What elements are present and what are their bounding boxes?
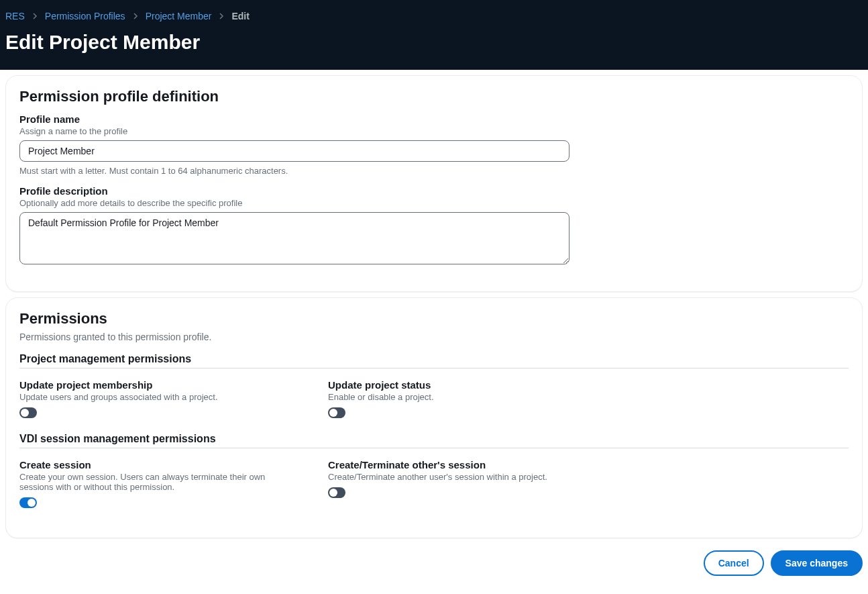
permissions-card: Permissions Permissions granted to this … bbox=[5, 297, 863, 538]
save-button[interactable]: Save changes bbox=[771, 550, 863, 576]
breadcrumb-link-project-member[interactable]: Project Member bbox=[146, 11, 212, 21]
definition-heading: Permission profile definition bbox=[19, 88, 849, 105]
perm-desc: Enable or disable a project. bbox=[328, 392, 583, 402]
perm-desc: Create/Terminate another user's session … bbox=[328, 472, 583, 482]
perm-label: Update project membership bbox=[19, 379, 301, 391]
permissions-sub: Permissions granted to this permission p… bbox=[19, 332, 849, 342]
profile-description-input[interactable]: Default Permission Profile for Project M… bbox=[19, 212, 569, 264]
chevron-right-icon bbox=[132, 13, 139, 19]
perm-desc: Create your own session. Users can alway… bbox=[19, 472, 274, 492]
definition-card: Permission profile definition Profile na… bbox=[5, 75, 863, 292]
profile-description-hint: Optionally add more details to describe … bbox=[19, 198, 849, 208]
footer-actions: Cancel Save changes bbox=[0, 544, 868, 589]
perm-label: Update project status bbox=[328, 379, 849, 391]
breadcrumb: RES Permission Profiles Project Member E… bbox=[5, 8, 863, 30]
vdi-section-title: VDI session management permissions bbox=[19, 433, 849, 445]
toggle-terminate-others[interactable] bbox=[328, 487, 345, 498]
project-section-title: Project management permissions bbox=[19, 353, 849, 365]
perm-label: Create session bbox=[19, 459, 301, 471]
section-divider bbox=[19, 448, 849, 448]
toggle-update-membership[interactable] bbox=[19, 407, 37, 418]
profile-name-constraint: Must start with a letter. Must contain 1… bbox=[19, 166, 849, 176]
perm-update-status: Update project status Enable or disable … bbox=[328, 379, 849, 421]
cancel-button[interactable]: Cancel bbox=[704, 550, 764, 576]
chevron-right-icon bbox=[32, 13, 38, 19]
breadcrumb-current: Edit bbox=[231, 11, 249, 21]
profile-name-input[interactable] bbox=[19, 140, 569, 162]
perm-label: Create/Terminate other's session bbox=[328, 459, 849, 471]
perm-create-session: Create session Create your own session. … bbox=[19, 459, 301, 511]
permissions-heading: Permissions bbox=[19, 310, 849, 328]
profile-description-label: Profile description bbox=[19, 185, 849, 197]
toggle-create-session[interactable] bbox=[19, 497, 37, 508]
page-title: Edit Project Member bbox=[5, 30, 863, 58]
section-divider bbox=[19, 368, 849, 368]
profile-description-field: Profile description Optionally add more … bbox=[19, 185, 849, 267]
profile-name-field: Profile name Assign a name to the profil… bbox=[19, 113, 849, 176]
perm-update-membership: Update project membership Update users a… bbox=[19, 379, 301, 421]
breadcrumb-link-res[interactable]: RES bbox=[5, 11, 25, 21]
perm-desc: Update users and groups associated with … bbox=[19, 392, 274, 402]
profile-name-hint: Assign a name to the profile bbox=[19, 126, 849, 136]
breadcrumb-link-permission-profiles[interactable]: Permission Profiles bbox=[45, 11, 125, 21]
toggle-update-status[interactable] bbox=[328, 407, 345, 418]
perm-terminate-others: Create/Terminate other's session Create/… bbox=[328, 459, 849, 511]
profile-name-label: Profile name bbox=[19, 113, 849, 125]
chevron-right-icon bbox=[218, 13, 225, 19]
